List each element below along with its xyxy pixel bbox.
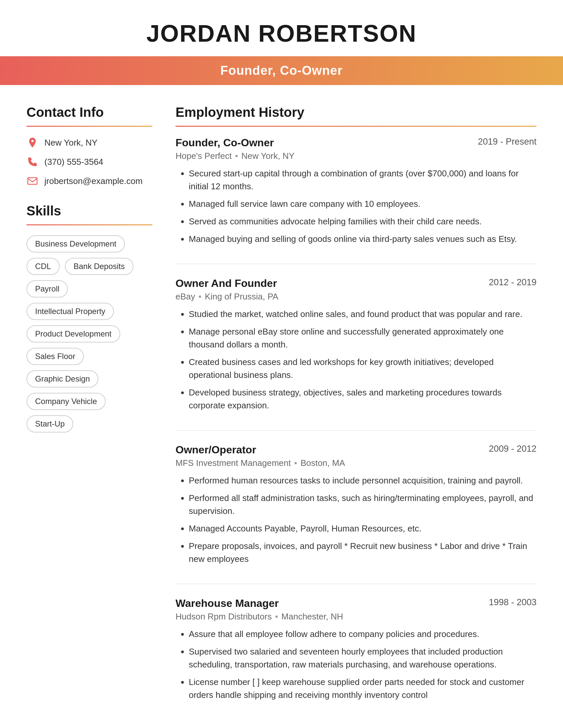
job-company: eBay•King of Prussia, PA: [175, 292, 537, 302]
job-entry: Warehouse Manager1998 - 2003Hudson Rpm D…: [175, 597, 537, 702]
job-dates: 2019 - Present: [478, 137, 537, 147]
job-bullet: Managed Accounts Payable, Payroll, Human…: [189, 522, 537, 535]
job-bullet: Secured start-up capital through a combi…: [189, 167, 537, 193]
location-icon: [26, 137, 38, 149]
skill-tags-container: Business DevelopmentCDLBank DepositsPayr…: [26, 235, 152, 432]
job-entry: Owner/Operator2009 - 2012MFS Investment …: [175, 444, 537, 566]
contact-phone: (370) 555-3564: [26, 156, 152, 168]
job-company: Hudson Rpm Distributors•Manchester, NH: [175, 612, 537, 622]
job-bullet: Served as communities advocate helping f…: [189, 215, 537, 228]
skill-tag: Sales Floor: [26, 348, 84, 365]
candidate-name: JORDAN ROBERTSON: [26, 20, 537, 47]
email-icon: [26, 175, 38, 187]
candidate-title: Founder, Co-Owner: [0, 64, 563, 78]
employment-section-title: Employment History: [175, 105, 537, 120]
job-bullet: Supervised two salaried and seventeen ho…: [189, 645, 537, 671]
phone-text: (370) 555-3564: [44, 157, 103, 167]
job-bullet: Prepare proposals, invoices, and payroll…: [189, 540, 537, 566]
resume-page: JORDAN ROBERTSON Founder, Co-Owner Conta…: [0, 0, 563, 728]
phone-icon: [26, 156, 38, 168]
job-bullets: Assure that all employee follow adhere t…: [175, 628, 537, 702]
job-divider: [175, 264, 537, 264]
job-header: Founder, Co-Owner2019 - Present: [175, 137, 537, 149]
job-company: Hope's Perfect•New York, NY: [175, 151, 537, 161]
job-bullet: Developed business strategy, objectives,…: [189, 386, 537, 412]
job-title: Owner And Founder: [175, 277, 277, 290]
svg-rect-0: [28, 178, 37, 184]
job-bullet: License number [ ] keep warehouse suppli…: [189, 676, 537, 702]
job-entry: Founder, Co-Owner2019 - PresentHope's Pe…: [175, 137, 537, 246]
skill-tag: Start-Up: [26, 415, 73, 432]
job-title: Warehouse Manager: [175, 597, 279, 610]
contact-divider: [26, 126, 152, 127]
sidebar: Contact Info New York, NY (370) 555-3564: [26, 105, 152, 720]
skill-tag: CDL: [26, 258, 60, 275]
job-title: Owner/Operator: [175, 444, 256, 456]
skills-divider: [26, 224, 152, 225]
body-layout: Contact Info New York, NY (370) 555-3564: [0, 85, 563, 728]
job-company: MFS Investment Management•Boston, MA: [175, 458, 537, 468]
job-divider: [175, 584, 537, 584]
skill-tag: Company Vehicle: [26, 393, 106, 410]
title-banner: Founder, Co-Owner: [0, 56, 563, 85]
job-dates: 1998 - 2003: [489, 597, 537, 608]
job-bullets: Studied the market, watched online sales…: [175, 308, 537, 412]
contact-email: jrobertson@example.com: [26, 175, 152, 187]
skill-tag: Business Development: [26, 235, 125, 252]
skill-tag: Graphic Design: [26, 370, 98, 387]
jobs-container: Founder, Co-Owner2019 - PresentHope's Pe…: [175, 137, 537, 702]
job-bullet: Created business cases and led workshops…: [189, 356, 537, 382]
job-bullet: Assure that all employee follow adhere t…: [189, 628, 537, 641]
employment-divider: [175, 126, 537, 127]
contact-location: New York, NY: [26, 137, 152, 149]
job-dates: 2012 - 2019: [489, 277, 537, 288]
main-content: Employment History Founder, Co-Owner2019…: [175, 105, 537, 720]
job-dates: 2009 - 2012: [489, 444, 537, 454]
location-text: New York, NY: [44, 138, 97, 148]
job-header: Warehouse Manager1998 - 2003: [175, 597, 537, 610]
header: JORDAN ROBERTSON: [0, 0, 563, 47]
skill-tag: Intellectual Property: [26, 303, 114, 320]
job-bullet: Managed full service lawn care company w…: [189, 198, 537, 210]
job-divider: [175, 430, 537, 431]
skill-tag: Payroll: [26, 280, 68, 297]
skills-section-title: Skills: [26, 204, 152, 218]
job-bullets: Secured start-up capital through a combi…: [175, 167, 537, 246]
job-bullet: Studied the market, watched online sales…: [189, 308, 537, 321]
skills-section: Skills Business DevelopmentCDLBank Depos…: [26, 204, 152, 432]
job-title: Founder, Co-Owner: [175, 137, 274, 149]
skill-tag: Product Development: [26, 325, 120, 342]
skill-tag: Bank Deposits: [65, 258, 133, 275]
job-header: Owner/Operator2009 - 2012: [175, 444, 537, 456]
job-entry: Owner And Founder2012 - 2019eBay•King of…: [175, 277, 537, 412]
job-bullets: Performed human resources tasks to inclu…: [175, 474, 537, 566]
email-text: jrobertson@example.com: [44, 176, 143, 186]
job-bullet: Manage personal eBay store online and su…: [189, 325, 537, 351]
job-bullet: Performed human resources tasks to inclu…: [189, 474, 537, 487]
job-bullet: Performed all staff administration tasks…: [189, 492, 537, 518]
contact-section-title: Contact Info: [26, 105, 152, 120]
job-header: Owner And Founder2012 - 2019: [175, 277, 537, 290]
job-bullet: Managed buying and selling of goods onli…: [189, 233, 537, 246]
